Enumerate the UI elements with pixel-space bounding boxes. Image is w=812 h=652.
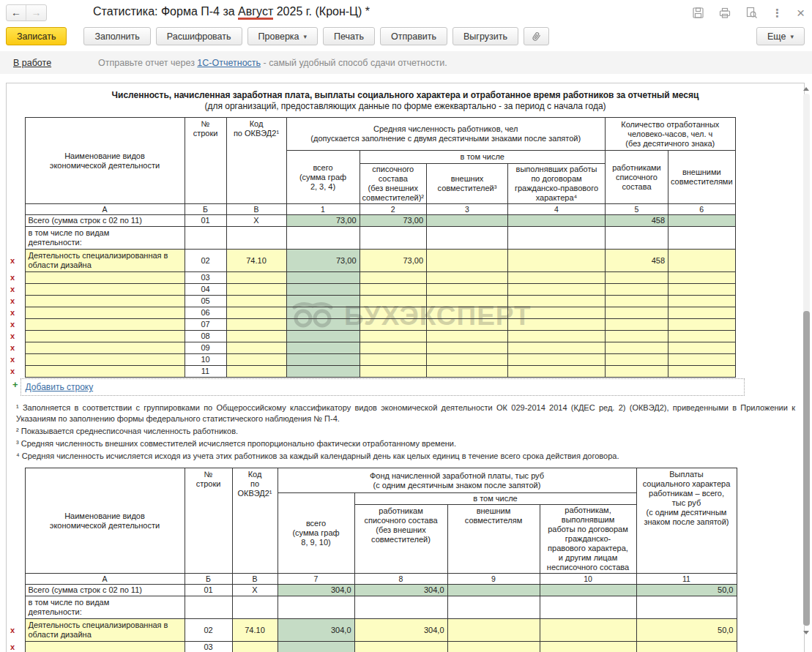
delete-row-icon[interactable]: x bbox=[10, 284, 25, 296]
cell-total[interactable] bbox=[286, 319, 360, 331]
cell-gpc[interactable] bbox=[508, 307, 606, 319]
cell-activity-name[interactable] bbox=[25, 272, 185, 284]
cell-fund-total[interactable]: 304,0 bbox=[278, 619, 354, 642]
cell-okved-code[interactable] bbox=[226, 342, 286, 354]
cell-list-staff[interactable] bbox=[360, 296, 427, 307]
cell-hours-external[interactable] bbox=[668, 215, 736, 227]
cell-hours-list-staff[interactable] bbox=[606, 354, 668, 366]
add-row-link[interactable]: Добавить строку bbox=[26, 382, 94, 392]
cell-fund-gpc[interactable] bbox=[540, 619, 636, 642]
scrollbar-down-icon[interactable] bbox=[803, 631, 809, 634]
cell-hours-list-staff[interactable] bbox=[606, 272, 668, 284]
cell-activity-name[interactable] bbox=[25, 284, 185, 296]
cell-gpc[interactable] bbox=[508, 342, 606, 354]
cell-external[interactable] bbox=[427, 342, 508, 354]
cell-okved-code[interactable] bbox=[226, 272, 286, 284]
cell-gpc[interactable] bbox=[508, 319, 606, 331]
unload-button[interactable]: Выгрузить bbox=[452, 27, 518, 45]
cell-activity-name[interactable]: Деятельность специализированная в област… bbox=[25, 250, 185, 272]
cell-list-staff[interactable] bbox=[360, 284, 427, 296]
report-state-link[interactable]: В работе bbox=[13, 58, 51, 68]
print-button[interactable]: Печать bbox=[323, 27, 375, 45]
cell-external[interactable] bbox=[427, 215, 508, 227]
back-button[interactable]: ← bbox=[7, 5, 26, 20]
cell-list-staff[interactable]: 73,00 bbox=[360, 215, 427, 227]
cell-external[interactable] bbox=[427, 284, 508, 296]
cell-gpc[interactable] bbox=[508, 366, 606, 378]
cell-hours-external[interactable] bbox=[668, 354, 736, 366]
cell-total[interactable] bbox=[286, 342, 360, 354]
cell-hours-list-staff[interactable] bbox=[606, 307, 668, 319]
cell-gpc[interactable] bbox=[508, 284, 606, 296]
cell-fund-total[interactable] bbox=[278, 642, 354, 652]
cell-fund-list-staff[interactable]: 304,0 bbox=[354, 585, 447, 596]
cell-hours-list-staff[interactable]: 458 bbox=[606, 215, 668, 227]
cell-gpc[interactable] bbox=[508, 354, 606, 366]
cell-total[interactable] bbox=[286, 331, 360, 342]
print-icon[interactable] bbox=[718, 7, 731, 19]
scrollbar-thumb[interactable] bbox=[803, 311, 810, 626]
cell-hours-external[interactable] bbox=[668, 307, 736, 319]
cell-gpc[interactable] bbox=[508, 331, 606, 342]
cell-fund-external[interactable] bbox=[447, 619, 540, 642]
cell-gpc[interactable] bbox=[508, 215, 606, 227]
delete-row-icon[interactable]: x bbox=[10, 319, 25, 331]
cell-fund-gpc[interactable] bbox=[540, 642, 636, 652]
fill-button[interactable]: Заполнить bbox=[83, 27, 150, 45]
cell-okved-code[interactable] bbox=[226, 284, 286, 296]
cell-external[interactable] bbox=[427, 366, 508, 378]
close-icon[interactable]: × bbox=[797, 6, 805, 20]
cell-hours-external[interactable] bbox=[668, 250, 736, 272]
cell-external[interactable] bbox=[427, 296, 508, 307]
cell-external[interactable] bbox=[427, 331, 508, 342]
cell-okved-code[interactable] bbox=[232, 642, 278, 652]
cell-social-payments[interactable] bbox=[636, 642, 737, 652]
cell-external[interactable] bbox=[427, 307, 508, 319]
cell-activity-name[interactable] bbox=[25, 319, 185, 331]
cell-fund-gpc[interactable] bbox=[540, 585, 636, 596]
explain-button[interactable]: Расшифровать bbox=[156, 27, 242, 45]
cell-hours-external[interactable] bbox=[668, 331, 736, 342]
cell-okved-code[interactable]: 74.10 bbox=[226, 250, 286, 272]
delete-row-icon[interactable]: x bbox=[10, 250, 25, 272]
cell-social-payments[interactable]: 50,0 bbox=[636, 585, 737, 596]
scrollbar-up-icon[interactable] bbox=[803, 87, 809, 91]
cell-list-staff[interactable] bbox=[360, 366, 427, 378]
cell-external[interactable] bbox=[427, 319, 508, 331]
cell-fund-external[interactable] bbox=[447, 642, 540, 652]
cell-total[interactable] bbox=[286, 354, 360, 366]
cell-hours-list-staff[interactable] bbox=[606, 366, 668, 378]
cell-hours-external[interactable] bbox=[668, 272, 736, 284]
cell-list-staff[interactable]: 73,00 bbox=[360, 250, 427, 272]
cell-fund-list-staff[interactable]: 304,0 bbox=[354, 619, 447, 642]
cell-total[interactable] bbox=[286, 366, 360, 378]
cell-hours-list-staff[interactable] bbox=[606, 342, 668, 354]
cell-total[interactable] bbox=[286, 296, 360, 307]
cell-okved-code[interactable] bbox=[226, 296, 286, 307]
cell-activity-name[interactable] bbox=[25, 307, 185, 319]
cell-hours-external[interactable] bbox=[668, 366, 736, 378]
cell-okved-code[interactable] bbox=[226, 307, 286, 319]
delete-row-icon[interactable]: x bbox=[10, 642, 25, 652]
forward-button[interactable]: → bbox=[26, 5, 46, 20]
cell-gpc[interactable] bbox=[508, 296, 606, 307]
cell-list-staff[interactable] bbox=[360, 272, 427, 284]
delete-row-icon[interactable]: x bbox=[10, 331, 25, 342]
cell-total[interactable] bbox=[286, 272, 360, 284]
check-dropdown-button[interactable]: Проверка▾ bbox=[247, 27, 319, 45]
save-icon[interactable] bbox=[692, 7, 704, 19]
cell-okved-code[interactable] bbox=[226, 331, 286, 342]
cell-fund-list-staff[interactable] bbox=[354, 642, 447, 652]
cell-hours-list-staff[interactable]: 458 bbox=[606, 250, 668, 272]
cell-hours-external[interactable] bbox=[668, 319, 736, 331]
cell-okved-code[interactable] bbox=[226, 354, 286, 366]
cell-hours-external[interactable] bbox=[668, 296, 736, 307]
delete-row-icon[interactable]: x bbox=[10, 354, 25, 366]
cell-okved-code[interactable] bbox=[226, 319, 286, 331]
cell-external[interactable] bbox=[427, 354, 508, 366]
cell-okved-code[interactable] bbox=[226, 366, 286, 378]
cell-list-staff[interactable] bbox=[360, 307, 427, 319]
cell-hours-external[interactable] bbox=[668, 284, 736, 296]
cell-list-staff[interactable] bbox=[360, 331, 427, 342]
attachments-button[interactable] bbox=[524, 27, 549, 45]
